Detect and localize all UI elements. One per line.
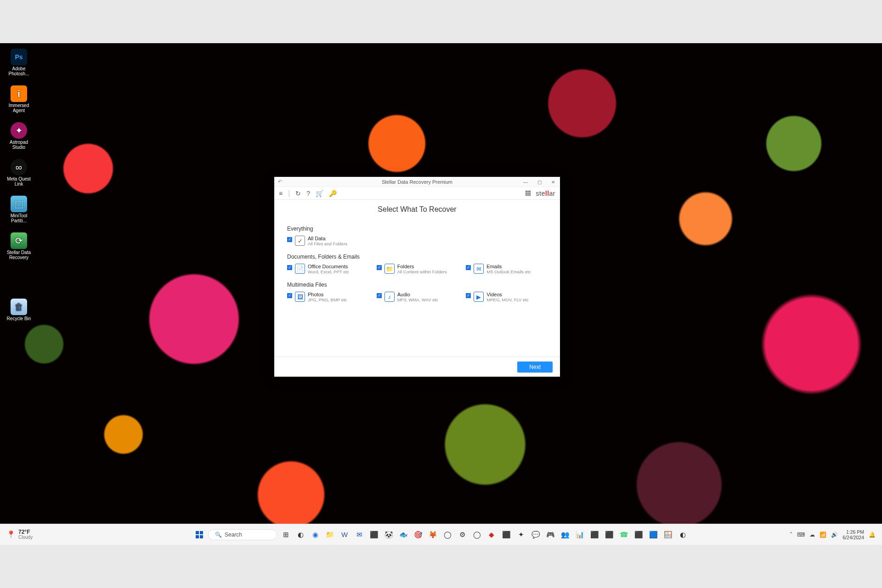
pinned-app-icon[interactable]: ⬛ [588, 529, 600, 541]
history-icon[interactable]: ↻ [295, 190, 301, 197]
tray-volume-icon[interactable]: 🔊 [831, 531, 838, 538]
pinned-app-icon[interactable]: ◯ [471, 529, 483, 541]
pinned-app-icon[interactable]: 🐼 [383, 529, 395, 541]
option-audio[interactable]: ♪ Audio MP3, WMA, WAV etc [377, 292, 458, 302]
pinned-app-icon[interactable]: 🟦 [647, 529, 659, 541]
option-videos[interactable]: ▶ Videos MPEG, MOV, FLV etc [466, 292, 547, 302]
desktop-icon-stellar[interactable]: ⟳ Stellar Data Recovery [3, 232, 35, 260]
desktop-icon-label: Immersed Agent [3, 103, 35, 113]
checkbox-videos[interactable] [466, 293, 471, 298]
edge-icon[interactable]: ◉ [309, 529, 321, 541]
pinned-app-icon[interactable]: 🐟 [397, 529, 409, 541]
pinned-app-icon[interactable]: ⬛ [500, 529, 512, 541]
desktop-icon-metaquest[interactable]: ∞ Meta Quest Link [3, 159, 35, 187]
desktop-icon-minitool[interactable]: ⬚ MiniTool Partiti... [3, 196, 35, 223]
option-alldata[interactable]: ✓ All Data All Files and Folders [287, 236, 347, 246]
firefox-icon[interactable]: 🦊 [427, 529, 439, 541]
option-emails[interactable]: ✉ Emails MS Outlook Emails etc [466, 264, 547, 274]
option-photos[interactable]: 🖼 Photos JPG, PNG, BMP etc [287, 292, 368, 302]
maximize-button[interactable]: ▢ [532, 177, 546, 187]
pinned-app-icon[interactable]: ✦ [515, 529, 527, 541]
weather-icon: 📍 [6, 532, 16, 537]
help-icon[interactable]: ? [306, 190, 310, 197]
tray-cloud-icon[interactable]: ☁ [809, 531, 815, 538]
taskbar-search[interactable]: 🔍 Search [208, 529, 277, 540]
desktop-icon-label: Meta Quest Link [3, 176, 35, 187]
option-sub: All Files and Folders [308, 241, 347, 246]
word-icon[interactable]: W [339, 529, 351, 541]
teams-icon[interactable]: 👥 [559, 529, 571, 541]
option-office-documents[interactable]: 📄 Office Documents Word, Excel, PPT etc [287, 264, 368, 274]
footer: Next [274, 356, 560, 377]
checkbox-audio[interactable] [377, 293, 382, 298]
explorer-icon[interactable]: 📁 [324, 529, 336, 541]
desktop-icon-astropad[interactable]: ✦ Astropad Studio [3, 122, 35, 150]
option-folders[interactable]: 📁 Folders All Content within Folders [377, 264, 458, 274]
option-sub: Word, Excel, PPT etc [308, 269, 349, 274]
stellar-app-window: ↶ Stellar Data Recovery Premium — ▢ ✕ ≡ … [274, 177, 560, 377]
taskbar-clock[interactable]: 1:26 PM 6/24/2024 [842, 529, 864, 540]
desktop-icon-label: Recycle Bin [7, 316, 31, 321]
option-sub: MPEG, MOV, FLV etc [486, 297, 528, 302]
pinned-app-icon[interactable]: ⬛ [368, 529, 380, 541]
next-button[interactable]: Next [517, 362, 553, 373]
pinned-app-icon[interactable]: ◆ [486, 529, 498, 541]
messenger-icon[interactable]: 💬 [530, 529, 542, 541]
pinned-app-icon[interactable]: ⬛ [633, 529, 645, 541]
chrome-icon[interactable]: ◯ [441, 529, 453, 541]
pinned-app-icon[interactable]: 🪟 [662, 529, 674, 541]
outlook-icon[interactable]: ✉ [353, 529, 365, 541]
tray-chevron-icon[interactable]: ˄ [790, 531, 792, 538]
option-title: Photos [308, 292, 347, 297]
checkbox-alldata[interactable] [287, 237, 292, 242]
pinned-app-icon[interactable]: 🎯 [412, 529, 424, 541]
stellar-icon: ⟳ [11, 232, 27, 249]
desktop-icon-photoshop[interactable]: Ps Adobe Photosh... [3, 49, 35, 76]
desktop-icon-immersed[interactable]: i Immersed Agent [3, 85, 35, 113]
checkbox-emails[interactable] [466, 265, 471, 270]
menu-icon[interactable]: ≡ [279, 190, 283, 197]
key-icon[interactable]: 🔑 [329, 190, 337, 197]
checkbox-photos[interactable] [287, 293, 292, 298]
option-title: All Data [308, 236, 347, 241]
photo-icon: 🖼 [295, 292, 305, 302]
desktop-icon-recyclebin[interactable]: 🗑 Recycle Bin [3, 299, 35, 321]
minimize-button[interactable]: — [519, 177, 532, 187]
svg-rect-3 [200, 535, 203, 538]
section-docs-label: Documents, Folders & Emails [287, 254, 547, 260]
option-sub: MP3, WMA, WAV etc [397, 297, 438, 302]
option-title: Audio [397, 292, 438, 297]
pinned-app-icon[interactable]: ◐ [677, 529, 689, 541]
task-view-icon[interactable]: ⊞ [280, 529, 292, 541]
option-sub: All Content within Folders [397, 269, 447, 274]
cart-icon[interactable]: 🛒 [316, 190, 323, 197]
titlebar-back-icon[interactable]: ↶ [278, 179, 282, 185]
titlebar[interactable]: ↶ Stellar Data Recovery Premium — ▢ ✕ [274, 177, 560, 187]
pinned-app-icon[interactable]: 📊 [574, 529, 586, 541]
pinned-app-icon[interactable]: ⬛ [603, 529, 615, 541]
tray-language-icon[interactable]: ⌨ [797, 531, 805, 538]
discord-icon[interactable]: 🎮 [544, 529, 556, 541]
video-icon: ▶ [474, 292, 484, 302]
tray-wifi-icon[interactable]: 📶 [820, 531, 826, 538]
close-button[interactable]: ✕ [546, 177, 560, 187]
option-title: Office Documents [308, 264, 349, 269]
option-sub: JPG, PNG, BMP etc [308, 297, 347, 302]
photoshop-icon: Ps [11, 49, 27, 65]
desktop-screen: Ps Adobe Photosh... i Immersed Agent ✦ A… [0, 43, 882, 545]
copilot-icon[interactable]: ◐ [294, 529, 306, 541]
notifications-icon[interactable]: 🔔 [869, 531, 876, 538]
option-title: Folders [397, 264, 447, 269]
checkbox-folders[interactable] [377, 265, 382, 270]
whatsapp-icon[interactable]: ☎ [618, 529, 630, 541]
page-heading: Select What To Recover [274, 205, 560, 214]
start-button[interactable] [193, 529, 205, 541]
weather-cond: Cloudy [18, 535, 33, 540]
apps-grid-icon[interactable] [526, 191, 531, 196]
search-placeholder: Search [225, 531, 242, 538]
option-title: Emails [486, 264, 531, 269]
weather-widget[interactable]: 📍 72°F Cloudy [6, 529, 33, 540]
steam-icon[interactable]: ⚙ [456, 529, 468, 541]
desktop-icon-label: Adobe Photosh... [3, 66, 35, 76]
checkbox-office[interactable] [287, 265, 292, 270]
